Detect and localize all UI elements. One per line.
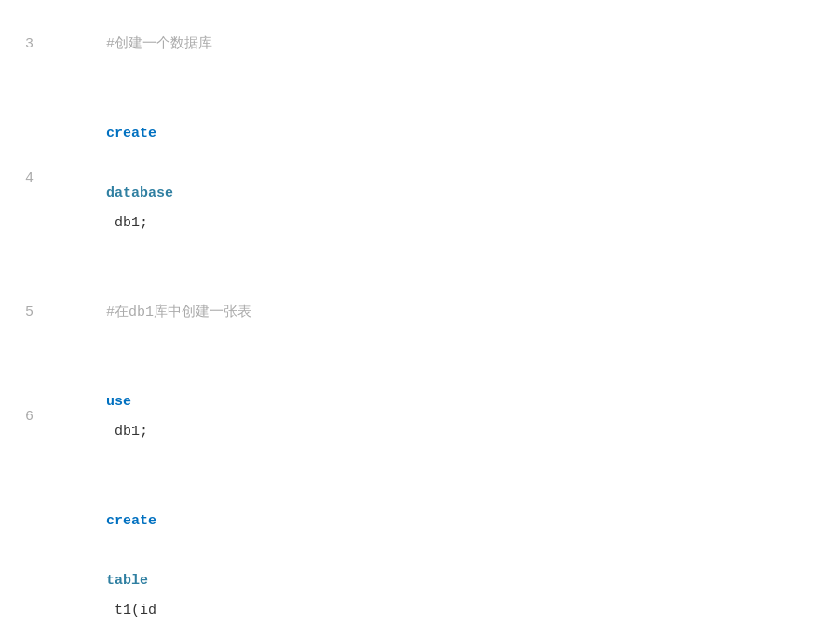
space2 <box>106 543 115 559</box>
text-t1-def: t1(id <box>106 603 165 618</box>
line-number-6: 6 <box>0 402 48 432</box>
code-line-4: 4 create database db1; <box>0 89 840 268</box>
line-content-6: use db1; <box>48 358 148 477</box>
code-line-7: 7 create table t1(id int ,name varchar (… <box>0 477 840 624</box>
space <box>106 156 115 171</box>
text-db1-2: db1; <box>106 424 148 440</box>
comment-3: #创建一个数据库 <box>106 36 212 52</box>
line-content-3: #创建一个数据库 <box>48 0 212 89</box>
text-db1: db1; <box>106 215 148 231</box>
keyword-database: database <box>106 185 173 201</box>
code-line-5: 5 #在db1库中创建一张表 <box>0 268 840 358</box>
keyword-use: use <box>106 394 131 410</box>
keyword-create2: create <box>106 513 156 529</box>
code-line-3: 3 #创建一个数据库 <box>0 0 840 89</box>
line-number-3: 3 <box>0 30 48 60</box>
code-line-6: 6 use db1; <box>0 358 840 477</box>
code-editor: 3 #创建一个数据库 4 create database db1; 5 #在db… <box>0 0 840 624</box>
comment-5: #在db1库中创建一张表 <box>106 305 251 320</box>
keyword-table: table <box>106 573 148 589</box>
line-content-7: create table t1(id int ,name varchar ( 2… <box>48 477 165 624</box>
line-content-5: #在db1库中创建一张表 <box>48 268 251 358</box>
line-number-5: 5 <box>0 298 48 328</box>
line-content-4: create database db1; <box>48 89 173 268</box>
keyword-create: create <box>106 126 156 142</box>
line-number-4: 4 <box>0 164 48 194</box>
